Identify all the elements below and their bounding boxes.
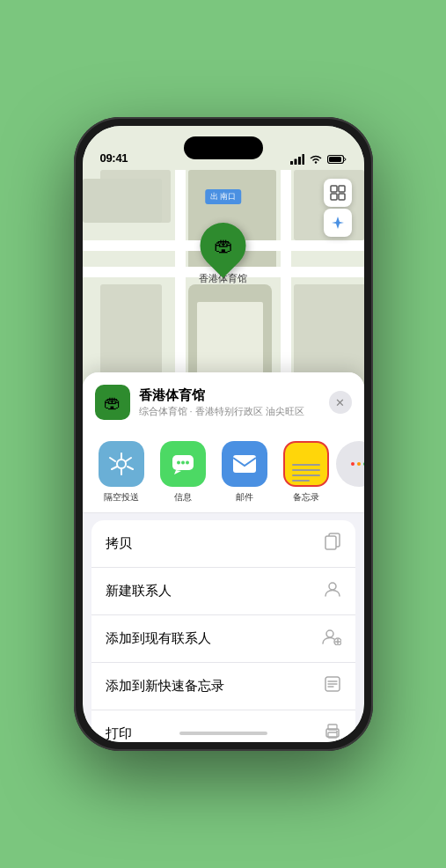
svg-rect-20	[325, 536, 336, 549]
svg-point-13	[181, 461, 185, 465]
svg-rect-8	[331, 194, 337, 200]
svg-rect-2	[298, 157, 301, 165]
wifi-icon	[309, 154, 323, 165]
svg-rect-1	[294, 159, 296, 166]
svg-rect-6	[331, 186, 337, 192]
svg-point-18	[363, 462, 364, 466]
notes-line-4	[292, 480, 311, 482]
notes-line-2	[292, 469, 320, 472]
map-view-button[interactable]	[324, 179, 352, 207]
print-icon	[324, 723, 341, 742]
battery-icon	[327, 154, 347, 165]
svg-point-33	[336, 731, 338, 732]
dynamic-island	[184, 136, 263, 159]
svg-rect-3	[302, 154, 304, 165]
svg-rect-9	[339, 194, 345, 200]
more-icon	[336, 441, 364, 487]
map-controls	[324, 179, 352, 237]
svg-point-16	[351, 462, 355, 466]
phone-screen: 09:41	[83, 126, 364, 742]
phone-frame: 09:41	[74, 117, 373, 751]
copy-label: 拷贝	[106, 535, 132, 552]
home-indicator	[179, 732, 267, 735]
status-time: 09:41	[100, 151, 128, 165]
action-print[interactable]: 打印	[91, 710, 355, 742]
svg-rect-5	[329, 157, 341, 162]
svg-point-22	[326, 630, 333, 637]
svg-rect-0	[290, 161, 293, 165]
add-contact-icon	[322, 628, 341, 650]
venue-icon: 🏟	[95, 385, 130, 420]
svg-point-17	[357, 462, 361, 466]
svg-point-21	[329, 583, 336, 590]
notes-icon	[283, 441, 329, 487]
action-new-contact[interactable]: 新建联系人	[91, 568, 355, 615]
action-quick-notes[interactable]: 添加到新快速备忘录	[91, 663, 355, 710]
add-contact-label: 添加到现有联系人	[106, 630, 211, 647]
share-mail[interactable]: 邮件	[218, 441, 271, 504]
svg-rect-15	[233, 455, 256, 473]
messages-label: 信息	[174, 491, 192, 504]
svg-point-10	[117, 460, 126, 468]
venue-info: 香港体育馆 综合体育馆 · 香港特别行政区 油尖旺区	[139, 387, 329, 418]
airdrop-label: 隔空投送	[104, 491, 139, 504]
close-button[interactable]: ✕	[329, 391, 352, 414]
svg-point-14	[186, 461, 189, 465]
notes-label: 备忘录	[293, 491, 319, 504]
airdrop-icon	[99, 441, 144, 487]
venue-subtitle: 综合体育馆 · 香港特别行政区 油尖旺区	[139, 405, 329, 418]
south-gate-label: 出 南口	[205, 189, 242, 204]
signal-icon	[290, 154, 304, 165]
quick-notes-label: 添加到新快速备忘录	[106, 678, 224, 695]
venue-name: 香港体育馆	[139, 387, 329, 404]
share-notes[interactable]: 备忘录	[280, 441, 333, 504]
share-more[interactable]	[341, 441, 364, 504]
share-airdrop[interactable]: 隔空投送	[95, 441, 148, 504]
action-copy[interactable]: 拷贝	[91, 520, 355, 568]
svg-rect-7	[339, 186, 345, 192]
messages-icon	[160, 441, 206, 487]
status-icons	[290, 154, 347, 165]
action-add-contact[interactable]: 添加到现有联系人	[91, 615, 355, 663]
new-contact-icon	[324, 580, 341, 602]
marker-pin-icon: 🏟	[214, 234, 233, 257]
share-row: 隔空投送 信息	[83, 429, 364, 513]
location-marker: 🏟 香港体育馆	[199, 223, 247, 285]
mail-icon	[222, 441, 267, 487]
marker-pin: 🏟	[191, 213, 256, 278]
action-list-wrapper: 拷贝 新建联系人	[83, 520, 364, 742]
copy-icon	[324, 533, 341, 555]
action-list: 拷贝 新建联系人	[91, 520, 355, 742]
location-button[interactable]	[324, 209, 352, 237]
svg-point-12	[177, 461, 180, 465]
print-label: 打印	[106, 725, 132, 742]
quick-notes-icon	[324, 675, 341, 697]
new-contact-label: 新建联系人	[106, 583, 172, 600]
mail-label: 邮件	[236, 491, 253, 504]
notes-line-3	[292, 474, 320, 477]
notes-line-1	[292, 464, 320, 467]
bottom-sheet: 🏟 香港体育馆 综合体育馆 · 香港特别行政区 油尖旺区 ✕	[83, 372, 364, 742]
share-messages[interactable]: 信息	[157, 441, 209, 504]
sheet-header: 🏟 香港体育馆 综合体育馆 · 香港特别行政区 油尖旺区 ✕	[83, 372, 364, 429]
